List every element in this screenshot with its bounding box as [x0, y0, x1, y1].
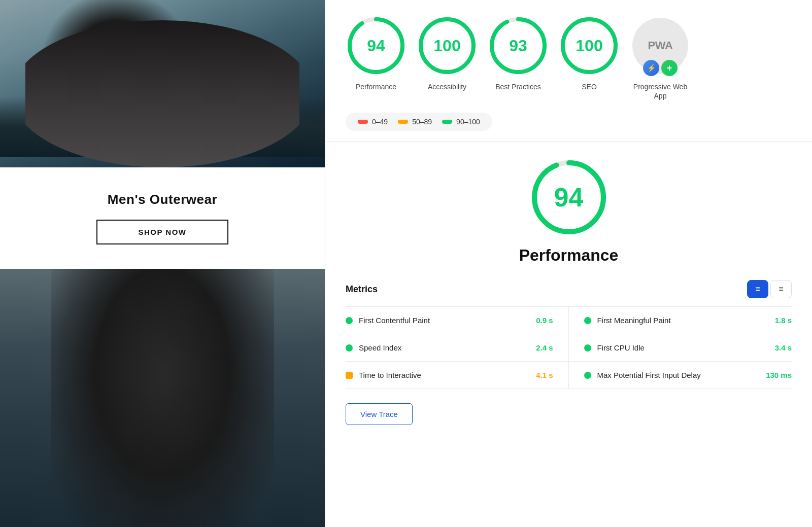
- score-circle-performance: 94: [346, 15, 407, 76]
- performance-detail: 94 Performance Metrics ≡ ≡ First Content…: [325, 142, 812, 527]
- metric-first-contentful-paint: First Contentful Paint 0.9 s: [346, 307, 569, 334]
- list-view-icon: ≡: [779, 285, 783, 294]
- right-panel: 94 Performance 100 Accessibility: [325, 0, 812, 527]
- score-item-accessibility: 100 Accessibility: [417, 15, 478, 91]
- metric-max-potential-fid: Max Potential First Input Delay 130 ms: [569, 362, 792, 389]
- list-view-button[interactable]: ≡: [770, 280, 792, 298]
- grid-view-icon: ≡: [755, 285, 760, 294]
- shop-now-button[interactable]: SHOP NOW: [96, 220, 228, 244]
- metric-speed-index: Speed Index 2.4 s: [346, 334, 569, 362]
- metric-dot-tti: [346, 372, 353, 379]
- metrics-view-buttons: ≡ ≡: [747, 280, 792, 298]
- metric-time-to-interactive: Time to Interactive 4.1 s: [346, 362, 569, 389]
- legend-green: 90–100: [442, 118, 480, 126]
- figure-silhouette: [25, 20, 299, 167]
- pwa-icons: ⚡ +: [643, 60, 678, 76]
- perf-score-row: 94 Performance: [346, 157, 792, 265]
- hero-top-image: [0, 0, 325, 167]
- score-legend: 0–49 50–89 90–100: [346, 113, 492, 131]
- lightning-icon: ⚡: [643, 60, 659, 76]
- legend-orange-dot: [398, 120, 408, 124]
- metric-dot-fid: [584, 372, 591, 379]
- hero-bottom-image: [0, 269, 325, 527]
- metrics-header: Metrics ≡ ≡: [346, 280, 792, 298]
- metrics-grid: First Contentful Paint 0.9 s First Meani…: [346, 306, 792, 389]
- collection-title: Men's Outerwear: [108, 192, 217, 207]
- legend-red: 0–49: [358, 118, 388, 126]
- scores-section: 94 Performance 100 Accessibility: [325, 0, 812, 142]
- grid-view-button[interactable]: ≡: [747, 280, 768, 298]
- score-circle-best-practices: 93: [488, 15, 549, 76]
- perf-score-large: 94: [528, 157, 610, 238]
- legend-orange: 50–89: [398, 118, 432, 126]
- scores-row: 94 Performance 100 Accessibility: [346, 15, 792, 100]
- pwa-badge: PWA ⚡ +: [630, 15, 691, 76]
- view-trace-button[interactable]: View Trace: [346, 403, 413, 425]
- metric-dot-si: [346, 344, 353, 352]
- score-circle-seo: 100: [559, 15, 620, 76]
- metric-dot-fcp: [346, 317, 353, 324]
- performance-title: Performance: [519, 246, 619, 265]
- score-item-seo: 100 SEO: [559, 15, 620, 91]
- score-circle-accessibility: 100: [417, 15, 478, 76]
- left-panel: Men's Outerwear SHOP NOW: [0, 0, 325, 527]
- plus-icon: +: [661, 60, 678, 76]
- metric-dot-fmp: [584, 317, 591, 324]
- metric-dot-fci: [584, 344, 591, 352]
- score-item-performance: 94 Performance: [346, 15, 407, 91]
- score-item-best-practices: 93 Best Practices: [488, 15, 549, 91]
- legend-red-dot: [358, 120, 368, 124]
- score-item-pwa: PWA ⚡ + Progressive Web App: [630, 15, 691, 100]
- legend-green-dot: [442, 120, 452, 124]
- middle-section: Men's Outerwear SHOP NOW: [0, 167, 325, 269]
- metrics-label: Metrics: [346, 284, 378, 295]
- metric-first-meaningful-paint: First Meaningful Paint 1.8 s: [569, 307, 792, 334]
- metric-first-cpu-idle: First CPU Idle 3.4 s: [569, 334, 792, 362]
